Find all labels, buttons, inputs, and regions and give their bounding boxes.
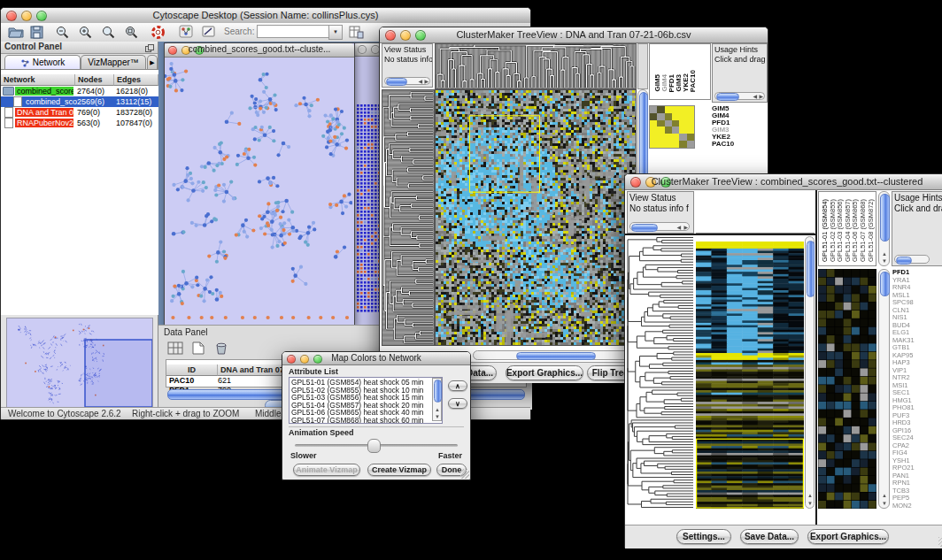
tv2-hints-hscroll-thumb[interactable] (896, 257, 912, 265)
help-icon[interactable] (148, 24, 167, 40)
scroll-up-icon[interactable] (435, 407, 440, 412)
tv1-row-dendrogram[interactable] (382, 89, 435, 346)
listbox-vscroll[interactable] (432, 378, 442, 421)
scroll-right-icon[interactable] (424, 79, 429, 84)
zoom-out-icon[interactable] (52, 24, 72, 40)
scroll-down-icon[interactable] (435, 414, 440, 419)
dialog-resize-grip[interactable] (459, 469, 469, 479)
animate-vizmap-button[interactable]: Animate Vizmap (293, 464, 360, 476)
tv1-heatmap[interactable] (435, 89, 637, 346)
tv1-column-labels-panel[interactable]: GIM5GIM4PFD1GIM3YKE2PAC10 (649, 43, 711, 100)
treeview2-titlebar[interactable]: ClusterMaker TreeView : combined_scores_… (625, 174, 942, 190)
tv2-hints-hscroll[interactable] (894, 255, 930, 264)
tv1-export-graphics-button[interactable]: Export Graphics... (506, 365, 583, 380)
zoom-selected-icon[interactable] (98, 24, 118, 40)
zoom-in-icon[interactable] (75, 24, 95, 40)
tv2-status-hscroll[interactable] (629, 222, 690, 231)
tv2-genelabel-vscroll[interactable] (878, 269, 890, 509)
tv1-summary-heatmap[interactable] (649, 105, 695, 149)
scroll-up-icon[interactable] (882, 493, 887, 498)
tv2-collabel-vscroll-thumb[interactable] (880, 194, 890, 242)
delete-attribute-icon[interactable] (212, 340, 231, 356)
treeview1-titlebar[interactable]: ClusterMaker TreeView : DNA and Tran 07-… (380, 27, 768, 43)
network-overview-minimap[interactable] (6, 318, 153, 411)
annotation-tool-icon[interactable] (199, 24, 219, 40)
network-table-row[interactable]: RNAPuberNov2+| 563(0) 107847(0) (1, 118, 158, 128)
tv2-gene-label[interactable]: MON2 (892, 502, 942, 510)
tv1-row-label[interactable]: PAC10 (712, 141, 734, 148)
treeview1-title: ClusterMaker TreeView : DNA and Tran 07-… (380, 29, 768, 40)
scroll-right-icon[interactable] (683, 225, 688, 230)
scroll-left-icon[interactable] (418, 79, 422, 84)
search-dropdown-icon[interactable] (328, 25, 343, 40)
listbox-vscroll-thumb[interactable] (434, 380, 442, 403)
network-name: RNAPuberNov2+| (15, 119, 73, 127)
tv2-collabel-vscroll[interactable] (878, 191, 890, 266)
speed-slider-thumb[interactable] (367, 439, 381, 453)
tv1-column-dendrogram[interactable] (435, 43, 637, 89)
scroll-down-icon[interactable] (882, 258, 887, 264)
create-vizmap-button[interactable]: Create Vizmap (367, 464, 431, 476)
attribute-listbox[interactable]: GPL51-01 (GSM854) heat shock 05 minGPL51… (289, 377, 443, 424)
scroll-right-icon[interactable] (759, 94, 763, 99)
close-button[interactable] (358, 45, 367, 54)
network1-titlebar[interactable]: combined_scores_good.txt--cluste... (165, 43, 354, 58)
tv1-usage-hints-text: Click and drag to (714, 55, 765, 65)
table-mode-icon[interactable] (166, 340, 185, 356)
move-down-button[interactable]: ∨ (448, 398, 467, 409)
tab-network[interactable]: Network (4, 55, 81, 69)
tv2-settings-button[interactable]: Settings... (676, 529, 731, 544)
tv2-column-labels-panel[interactable]: GPL51-01 (GSM854)GPL51-02 (GSM855)GPL51-… (818, 191, 876, 266)
search-label: Search: (224, 27, 254, 36)
tv2-column-label[interactable]: GPL51-08 (GSM872) (867, 199, 875, 262)
tv2-zoom-heatmap[interactable] (818, 269, 876, 509)
dialog-titlebar[interactable]: Map Colors to Network (282, 352, 470, 365)
tv1-status-hscroll-thumb[interactable] (386, 78, 407, 86)
zoom-fit-icon[interactable] (121, 24, 141, 40)
tv2-genelabel-vscroll-thumb[interactable] (880, 272, 890, 296)
scroll-left-icon[interactable] (753, 94, 757, 99)
tv2-column-label[interactable]: GPL51-03 (GSM856) (836, 199, 844, 262)
network1-view[interactable] (165, 58, 352, 324)
float-panel-icon[interactable] (145, 44, 154, 52)
move-up-button[interactable]: ∧ (448, 380, 467, 391)
tv2-heatmap[interactable] (696, 242, 804, 509)
tab-overflow-button[interactable]: ▶ (147, 55, 158, 69)
scroll-down-icon[interactable] (882, 501, 887, 506)
open-session-icon[interactable] (6, 24, 26, 40)
tv2-export-graphics-button[interactable]: Export Graphics... (807, 529, 889, 544)
network-nodes: 2764(0) (77, 87, 104, 96)
attribute-browser-icon[interactable] (346, 24, 366, 40)
tv2-resize-grip[interactable] (938, 537, 942, 547)
network-tool-icon[interactable] (176, 24, 196, 40)
attribute-list-item[interactable]: GPL51-07 (GSM868) heat shock 60 min (291, 417, 431, 424)
tv2-column-label[interactable]: GPL51-01 (GSM854) (821, 199, 829, 262)
tv2-row-dendrogram[interactable] (627, 236, 694, 509)
tv1-usage-hints-title: Usage Hints (714, 45, 765, 55)
main-titlebar[interactable]: Cytoscape Desktop (Session Name: collins… (1, 8, 530, 24)
scroll-up-icon[interactable] (882, 251, 887, 257)
scroll-left-icon[interactable] (676, 225, 681, 230)
scroll-down-icon[interactable] (807, 501, 813, 506)
tv2-status-hscroll-thumb[interactable] (631, 224, 658, 232)
tv1-status-hscroll[interactable] (384, 77, 430, 85)
network-table-row[interactable]: combined_scores 2764(0) 16218(0) (1, 86, 158, 96)
tv2-save-data-button[interactable]: Save Data... (740, 529, 799, 544)
tv1-hints-hscroll[interactable] (714, 92, 765, 100)
tab-vizmapper[interactable]: VizMapper™ (81, 55, 146, 69)
tv2-column-label[interactable]: GPL51-07 (GSM868) (859, 199, 867, 262)
save-session-icon[interactable] (27, 24, 47, 40)
tv1-column-label[interactable]: PAC10 (689, 70, 697, 92)
network-table-row[interactable]: DNA and Tran 07 769(0) 183728(0) (1, 107, 158, 118)
search-input[interactable] (257, 25, 333, 38)
tv2-heatmap-vscroll[interactable] (805, 236, 815, 509)
create-vizmap-label: Create Vizmap (372, 465, 427, 474)
tv2-divider-v (815, 190, 817, 525)
scroll-up-icon[interactable] (807, 493, 813, 498)
tv2-vscroll-thumb[interactable] (807, 241, 815, 297)
network1-title: combined_scores_good.txt--cluste... (165, 44, 354, 54)
tv1-hints-hscroll-thumb[interactable] (716, 93, 739, 101)
tv1-hscroll-thumb[interactable] (516, 352, 596, 360)
new-attribute-icon[interactable] (189, 340, 208, 356)
network-table-row[interactable]: combined_sco 2569(6) 13112(15) (1, 96, 158, 107)
